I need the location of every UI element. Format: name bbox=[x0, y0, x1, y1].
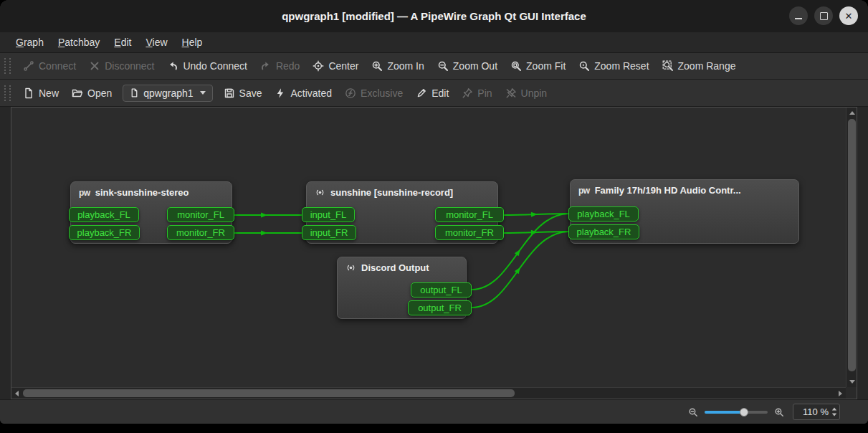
open-folder-icon bbox=[72, 87, 83, 99]
connect-button[interactable]: Connect bbox=[16, 57, 82, 75]
minimize-button[interactable] bbox=[789, 6, 808, 25]
scroll-up-button[interactable] bbox=[846, 108, 857, 118]
arrow-down-icon bbox=[849, 380, 855, 384]
zoom-fit-button[interactable]: Zoom Fit bbox=[504, 57, 572, 75]
node-title: sink-sunshine-stereo bbox=[95, 187, 189, 198]
exclusive-label: Exclusive bbox=[361, 87, 403, 99]
port-playback_FL[interactable]: playback_FL bbox=[69, 207, 139, 222]
node-title: sunshine [sunshine-record] bbox=[330, 187, 453, 198]
menu-view[interactable]: View bbox=[138, 34, 174, 51]
menu-graph[interactable]: Graph bbox=[9, 34, 51, 51]
new-button[interactable]: New bbox=[16, 84, 65, 103]
zoom-in-small-icon[interactable] bbox=[774, 407, 784, 417]
patchbay-file-combo[interactable]: qpwgraph1 bbox=[123, 85, 212, 102]
horizontal-scrollbar[interactable] bbox=[11, 387, 846, 399]
edit-label: Edit bbox=[431, 87, 449, 99]
toolbar-drag-handle[interactable] bbox=[4, 58, 11, 74]
vertical-scroll-handle[interactable] bbox=[848, 119, 856, 371]
graph-toolbar: Connect Disconnect Undo Connect Redo Cen… bbox=[0, 53, 868, 80]
node-header: pw sink-sunshine-stereo bbox=[71, 182, 232, 203]
activated-bolt-icon bbox=[275, 87, 286, 99]
maximize-button[interactable] bbox=[814, 6, 833, 25]
node-header: Discord Output bbox=[338, 257, 466, 278]
redo-button[interactable]: Redo bbox=[254, 57, 306, 75]
open-label: Open bbox=[87, 87, 112, 99]
connection-arrow-icon bbox=[261, 231, 267, 236]
undo-connect-button[interactable]: Undo Connect bbox=[161, 57, 254, 75]
open-button[interactable]: Open bbox=[65, 84, 118, 103]
zoom-slider-track[interactable] bbox=[705, 411, 768, 414]
node-title: Family 17h/19h HD Audio Contr... bbox=[595, 185, 741, 196]
undo-icon bbox=[167, 60, 178, 72]
zoom-out-small-icon[interactable] bbox=[688, 407, 698, 417]
zoom-reset-button[interactable]: Zoom Reset bbox=[572, 57, 655, 75]
zoom-in-icon bbox=[371, 60, 383, 72]
zoom-in-label: Zoom In bbox=[387, 60, 424, 72]
save-icon bbox=[224, 87, 235, 99]
zoom-spinbox[interactable]: 110 % bbox=[793, 404, 840, 420]
menu-help[interactable]: Help bbox=[175, 34, 210, 51]
zoom-out-icon bbox=[437, 60, 449, 72]
zoom-value: 110 % bbox=[803, 406, 829, 417]
pin-button[interactable]: Pin bbox=[455, 84, 498, 103]
zoom-out-button[interactable]: Zoom Out bbox=[431, 57, 504, 75]
exclusive-button[interactable]: Exclusive bbox=[338, 84, 409, 103]
port-input_FR[interactable]: input_FR bbox=[302, 225, 356, 240]
center-button[interactable]: Center bbox=[306, 57, 365, 75]
zoom-range-button[interactable]: Zoom Range bbox=[656, 57, 743, 75]
window-controls: ✕ bbox=[789, 6, 858, 25]
toolbar-drag-handle-2[interactable] bbox=[4, 85, 11, 101]
unpin-button[interactable]: Unpin bbox=[499, 84, 554, 103]
menu-edit[interactable]: Edit bbox=[107, 34, 138, 51]
menu-patchbay[interactable]: Patchbay bbox=[51, 34, 107, 51]
pin-icon bbox=[462, 87, 473, 99]
zoom-out-label: Zoom Out bbox=[453, 60, 497, 72]
titlebar[interactable]: qpwgraph1 [modified] — A PipeWire Graph … bbox=[0, 0, 868, 32]
graph-canvas[interactable]: pw sink-sunshine-stereo playback_FL play… bbox=[11, 108, 846, 387]
patchbay-toolbar: New Open qpwgraph1 Save Activated Exclus… bbox=[0, 80, 868, 107]
spin-down-icon[interactable] bbox=[832, 414, 836, 417]
arrow-up-icon bbox=[849, 111, 855, 115]
port-playback_FL[interactable]: playback_FL bbox=[568, 206, 639, 222]
port-monitor_FL[interactable]: monitor_FL bbox=[167, 207, 234, 222]
zoom-slider-handle[interactable] bbox=[740, 408, 748, 417]
zoom-fit-icon bbox=[510, 60, 522, 72]
disconnect-label: Disconnect bbox=[105, 60, 154, 72]
connection-arrow-icon bbox=[531, 211, 538, 217]
vertical-scrollbar[interactable] bbox=[846, 108, 857, 387]
scroll-left-button[interactable] bbox=[11, 388, 22, 399]
port-input_FL[interactable]: input_FL bbox=[302, 207, 355, 222]
scroll-down-button[interactable] bbox=[846, 376, 857, 387]
scroll-right-button[interactable] bbox=[835, 388, 846, 399]
redo-label: Redo bbox=[276, 60, 300, 72]
zoom-slider[interactable] bbox=[705, 406, 768, 418]
patchbay-file-name: qpwgraph1 bbox=[143, 87, 193, 99]
port-playback_FR[interactable]: playback_FR bbox=[69, 225, 140, 240]
pipewire-icon: pw bbox=[79, 189, 90, 197]
record-icon bbox=[345, 262, 356, 273]
chevron-down-icon bbox=[200, 91, 206, 95]
statusbar: 110 % bbox=[0, 399, 868, 424]
redo-icon bbox=[260, 60, 272, 72]
activated-button[interactable]: Activated bbox=[268, 84, 338, 103]
zoom-slider-fill bbox=[705, 411, 744, 414]
connections-layer bbox=[11, 108, 846, 387]
spin-up-icon[interactable] bbox=[832, 408, 836, 411]
port-playback_FR[interactable]: playback_FR bbox=[568, 224, 639, 239]
horizontal-scroll-handle[interactable] bbox=[23, 389, 515, 397]
edit-button[interactable]: Edit bbox=[409, 84, 455, 103]
zoom-fit-label: Zoom Fit bbox=[526, 60, 566, 72]
undo-connect-label: Undo Connect bbox=[183, 60, 247, 72]
port-monitor_FR[interactable]: monitor_FR bbox=[167, 225, 234, 240]
exclusive-icon bbox=[345, 87, 356, 99]
disconnect-button[interactable]: Disconnect bbox=[82, 57, 161, 75]
node-header: sunshine [sunshine-record] bbox=[307, 182, 497, 203]
port-monitor_FR[interactable]: monitor_FR bbox=[435, 225, 504, 240]
port-output_FL[interactable]: output_FL bbox=[411, 282, 472, 298]
port-monitor_FL[interactable]: monitor_FL bbox=[435, 207, 504, 222]
close-button[interactable]: ✕ bbox=[839, 6, 858, 25]
save-button[interactable]: Save bbox=[217, 84, 269, 103]
zoom-in-button[interactable]: Zoom In bbox=[365, 57, 430, 75]
minimize-icon bbox=[795, 18, 802, 19]
port-output_FR[interactable]: output_FR bbox=[408, 300, 472, 315]
